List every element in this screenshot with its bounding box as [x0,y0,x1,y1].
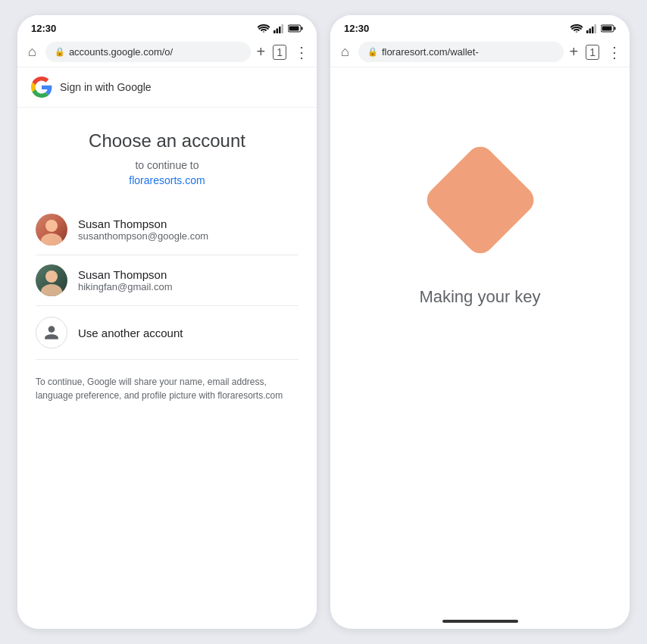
wifi-icon [258,24,270,33]
svg-rect-10 [595,24,597,33]
account-chooser: Choose an account to continue to florare… [17,108,317,422]
chooser-title: Choose an account [89,130,245,152]
svg-rect-1 [277,28,279,33]
avatar-2 [36,264,67,296]
continue-text: to continue to [135,159,198,171]
signal-icon-right [586,24,597,33]
url-right: floraresort.com/wallet- [382,46,479,58]
tabs-icon-right[interactable]: 1 [586,45,599,60]
browser-actions-right: + 1 ⋮ [570,43,622,61]
status-icons-right [570,24,616,33]
svg-rect-3 [282,24,284,33]
svg-rect-9 [592,27,594,33]
account-name-2: Susan Thompson [78,268,172,281]
lock-icon-right: 🔒 [367,47,378,57]
svg-rect-8 [589,28,592,33]
page-content-left: Sign in with Google Choose an account to… [17,67,317,629]
account-info-2: Susan Thompson hikingfan@gmail.com [78,268,172,292]
account-name-1: Susan Thompson [78,217,208,230]
svg-rect-0 [273,30,276,33]
use-another-account[interactable]: Use another account [36,306,298,360]
time-right: 12:30 [344,23,369,34]
home-icon-right[interactable]: ⌂ [338,42,352,61]
tabs-icon[interactable]: 1 [273,45,286,60]
avatar-1 [36,214,67,245]
site-link[interactable]: floraresorts.com [129,174,205,186]
account-list: Susan Thompson susanthompson@google.com … [36,205,298,360]
lock-icon: 🔒 [55,47,65,57]
time-left: 12:30 [31,23,56,34]
svg-rect-7 [586,30,589,33]
another-account-text: Use another account [78,327,183,339]
right-phone: 12:30 ⌂ 🔒 floraresort.com/wallet- [330,15,630,629]
address-bar-left[interactable]: 🔒 accounts.google.com/o/ [45,42,251,62]
key-diamond-icon [421,141,539,259]
status-bar-left: 12:30 [17,15,317,37]
google-logo [31,77,52,98]
url-left: accounts.google.com/o/ [69,46,173,58]
account-item-2[interactable]: Susan Thompson hikingfan@gmail.com [36,255,298,306]
key-page: Making your key [330,67,630,337]
svg-rect-12 [614,27,616,30]
browser-actions-left: + 1 ⋮ [257,43,309,61]
menu-icon-right[interactable]: ⋮ [607,43,622,61]
account-email-2: hikingfan@gmail.com [78,281,172,292]
home-indicator [442,620,518,623]
menu-icon[interactable]: ⋮ [294,43,309,61]
status-bar-right: 12:30 [330,15,630,37]
account-info-1: Susan Thompson susanthompson@google.com [78,217,208,242]
key-page-content: Making your key [330,67,630,599]
person-circle-icon [36,317,67,349]
battery-icon [288,24,303,33]
account-item-1[interactable]: Susan Thompson susanthompson@google.com [36,205,298,255]
google-signin-text: Sign in with Google [60,81,152,93]
battery-icon-right [601,24,616,33]
status-icons-left [258,24,303,33]
google-header: Sign in with Google [17,67,317,108]
browser-bar-left[interactable]: ⌂ 🔒 accounts.google.com/o/ + 1 ⋮ [17,37,317,67]
home-icon[interactable]: ⌂ [25,42,39,61]
signal-icon [273,24,284,33]
svg-rect-13 [602,27,612,31]
new-tab-icon[interactable]: + [257,43,266,61]
privacy-text: To continue, Google will share your name… [36,360,298,410]
bottom-bar [330,599,630,629]
new-tab-icon-right[interactable]: + [570,43,579,61]
account-email-1: susanthompson@google.com [78,230,208,242]
address-bar-right[interactable]: 🔒 floraresort.com/wallet- [358,42,564,62]
svg-rect-6 [289,27,299,31]
left-phone: 12:30 ⌂ 🔒 accounts.goog [17,15,317,629]
wifi-icon-right [570,24,583,33]
browser-bar-right[interactable]: ⌂ 🔒 floraresort.com/wallet- + 1 ⋮ [330,37,630,67]
making-key-text: Making your key [419,287,540,307]
svg-rect-5 [302,27,303,30]
svg-rect-2 [279,27,281,33]
